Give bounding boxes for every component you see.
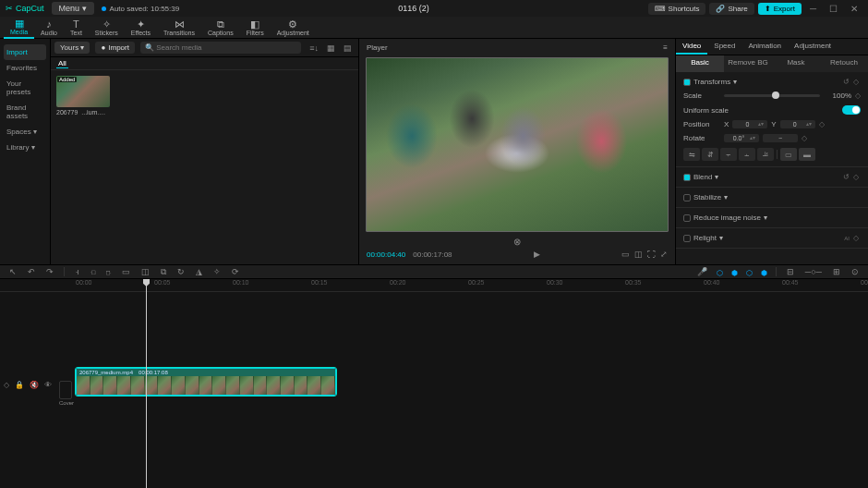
- sidebar-item-import[interactable]: Import: [4, 44, 46, 60]
- fill-icon[interactable]: ▬: [799, 148, 815, 161]
- zoom-fit-icon[interactable]: ⊙: [847, 267, 863, 276]
- align-top-icon[interactable]: ⫟: [720, 148, 737, 161]
- crop-tool[interactable]: ◫: [137, 267, 154, 276]
- section-transforms[interactable]: Transforms ▾: [683, 78, 737, 86]
- timeline-clip[interactable]: 206779_medium.mp4 00:00:17:08: [76, 368, 336, 396]
- search-input[interactable]: 🔍 Search media: [140, 42, 301, 54]
- filter-button[interactable]: ▤: [341, 43, 355, 53]
- rotate-input[interactable]: 0.0°▴▾: [724, 134, 759, 142]
- subtab-remove-bg[interactable]: Remove BG: [724, 55, 772, 72]
- sort-button[interactable]: ≡↓: [307, 43, 321, 53]
- shortcuts-button[interactable]: ⌨ Shortcuts: [648, 3, 706, 15]
- keyframe-icon[interactable]: ◇: [851, 234, 861, 242]
- position-keyframe-icon[interactable]: ◇: [819, 120, 825, 128]
- pointer-tool[interactable]: ↖: [5, 267, 21, 276]
- sidebar-item-brand-assets[interactable]: Brand assets: [4, 100, 46, 124]
- playhead[interactable]: [146, 279, 147, 488]
- track-mute-icon[interactable]: 🔒: [15, 381, 24, 389]
- track-lock-icon[interactable]: ◇: [4, 381, 9, 389]
- inspector-tab-adjustment[interactable]: Adjustment: [788, 39, 838, 55]
- rotate-keyframe-icon[interactable]: ◇: [802, 134, 807, 142]
- tool-text[interactable]: TText: [64, 18, 89, 38]
- rotate-minus[interactable]: −: [763, 134, 798, 142]
- tool-captions[interactable]: ⧉Captions: [201, 18, 240, 38]
- zoom-out-icon[interactable]: ⊟: [782, 267, 799, 276]
- trim-left-tool[interactable]: ⟤: [86, 267, 100, 276]
- sidebar-item-library[interactable]: Library ▾: [4, 140, 46, 155]
- cover-thumb[interactable]: [59, 381, 72, 399]
- position-y-input[interactable]: 0▴▾: [780, 120, 815, 128]
- flip-v-icon[interactable]: ⇵: [702, 148, 718, 161]
- inspector-tab-speed[interactable]: Speed: [707, 39, 741, 55]
- duplicate-tool[interactable]: ⧉: [156, 267, 171, 277]
- zoom-in-icon[interactable]: ⊞: [828, 267, 845, 276]
- timeline[interactable]: 00:0000:0500:1000:1500:2000:2500:3000:35…: [0, 279, 868, 488]
- tab-yours[interactable]: Yours ▾: [54, 42, 90, 54]
- preview-icon[interactable]: ⬢: [758, 269, 770, 277]
- delete-tool[interactable]: ▭: [117, 267, 135, 276]
- sidebar-item-favorites[interactable]: Favorites: [4, 60, 46, 76]
- position-x-input[interactable]: 0▴▾: [732, 120, 767, 128]
- video-canvas[interactable]: [366, 57, 669, 232]
- uniform-scale-toggle[interactable]: [842, 105, 861, 115]
- section-denoise[interactable]: Reduce image noise ▾: [683, 214, 767, 222]
- tool-filters[interactable]: ◧Filters: [240, 18, 271, 38]
- link-icon[interactable]: ⬢: [729, 269, 741, 277]
- mic-icon[interactable]: 🎤: [693, 267, 712, 276]
- player-options-button[interactable]: ⊗: [510, 237, 524, 247]
- window-max[interactable]: ☐: [825, 4, 842, 14]
- inspector-tab-animation[interactable]: Animation: [741, 39, 788, 55]
- rotate-tool[interactable]: ⟳: [227, 267, 244, 276]
- split-tool[interactable]: ⫞: [70, 267, 84, 276]
- tool-stickers[interactable]: ✧Stickers: [89, 18, 125, 38]
- mirror-tool[interactable]: ◮: [191, 267, 207, 276]
- window-min[interactable]: ─: [805, 4, 821, 14]
- align-mid-icon[interactable]: ⫠: [739, 148, 755, 161]
- tool-adjustment[interactable]: ⚙Adjustment: [271, 18, 316, 38]
- export-button[interactable]: ⬆ Export: [758, 3, 802, 15]
- magnet-icon[interactable]: ⬡: [714, 269, 726, 277]
- tool-transitions[interactable]: ⋈Transitions: [157, 18, 201, 38]
- subtab-basic[interactable]: Basic: [676, 55, 724, 72]
- ratio-button[interactable]: ▭: [621, 250, 630, 259]
- window-close[interactable]: ✕: [846, 4, 862, 14]
- tool-effects[interactable]: ✦Effects: [125, 18, 157, 38]
- viewport-button[interactable]: ⛶: [647, 250, 656, 259]
- section-relight[interactable]: Relight ▾: [683, 234, 723, 242]
- section-stabilize[interactable]: Stabilize ▾: [683, 193, 728, 201]
- subtab-retouch[interactable]: Retouch: [820, 55, 868, 72]
- menu-button[interactable]: Menu ▾: [52, 2, 94, 15]
- sidebar-item-spaces[interactable]: Spaces ▾: [4, 124, 46, 140]
- section-blend[interactable]: Blend ▾: [683, 173, 718, 181]
- zoom-slider[interactable]: ─○─: [801, 267, 826, 276]
- fit-icon[interactable]: ▭: [780, 148, 797, 161]
- scale-slider[interactable]: [724, 94, 820, 97]
- align-bot-icon[interactable]: ⫡: [757, 148, 774, 161]
- share-button[interactable]: 🔗 Share: [709, 3, 753, 15]
- flip-h-icon[interactable]: ⇋: [683, 148, 700, 161]
- player-menu-button[interactable]: ≡: [663, 43, 668, 52]
- undo-button[interactable]: ↶: [23, 267, 40, 276]
- tool-audio[interactable]: ♪Audio: [34, 18, 64, 38]
- redo-button[interactable]: ↷: [42, 267, 58, 276]
- reverse-tool[interactable]: ↻: [173, 267, 189, 276]
- reset-icon[interactable]: ↺: [841, 78, 851, 86]
- snap-icon[interactable]: ⬡: [743, 269, 755, 277]
- sidebar-item-your-presets[interactable]: Your presets: [4, 76, 46, 100]
- track-eye-icon[interactable]: 👁: [44, 381, 52, 389]
- subtab-mask[interactable]: Mask: [772, 55, 820, 72]
- scale-keyframe-icon[interactable]: ◇: [855, 92, 861, 100]
- inspector-tab-video[interactable]: Video: [676, 39, 707, 55]
- import-button[interactable]: ● Import: [95, 42, 135, 54]
- tab-all[interactable]: All: [56, 59, 68, 68]
- media-item[interactable]: Added 206779_...ium.mp4: [56, 76, 110, 116]
- reset-icon[interactable]: ↺: [841, 173, 851, 181]
- fullscreen-button[interactable]: ⤢: [660, 250, 668, 259]
- compare-button[interactable]: ◫: [634, 250, 643, 259]
- grid-view-button[interactable]: ▦: [324, 43, 338, 53]
- track-hide-icon[interactable]: 🔇: [30, 381, 39, 389]
- keyframe-icon[interactable]: ◇: [851, 173, 861, 181]
- play-button[interactable]: ▶: [460, 250, 614, 259]
- keyframe-icon[interactable]: ◇: [851, 78, 861, 86]
- freeze-tool[interactable]: ✧: [209, 267, 225, 276]
